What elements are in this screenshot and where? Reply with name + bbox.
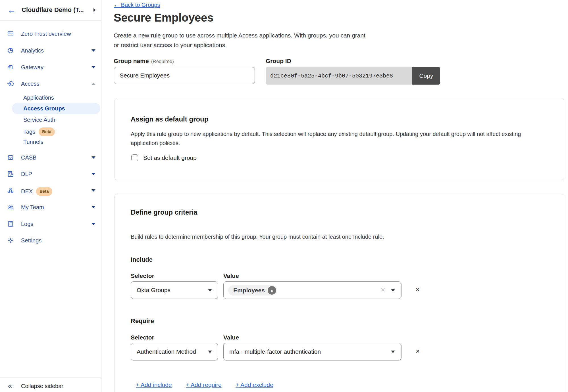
add-require-link[interactable]: + Add require: [186, 381, 222, 388]
group-name-label: Group name(Required): [114, 58, 174, 64]
chevron-down-icon: [208, 289, 212, 292]
group-id-control: d21ce80f-5a25-4bcf-9b07-5032197e3be8 Cop…: [266, 67, 440, 85]
require-value-label: Value: [223, 334, 239, 341]
sidebar-item-label: Gateway: [21, 64, 43, 71]
sidebar: ← Cloudflare Demo (T... Zero Trust overv…: [0, 0, 101, 392]
casb-shield-check-icon: [7, 154, 14, 161]
checkbox[interactable]: [131, 154, 138, 161]
chevron-down-icon[interactable]: [91, 173, 95, 175]
beta-badge: Beta: [36, 187, 52, 196]
selected-value: Authentication Method: [131, 348, 196, 355]
chip-remove-icon[interactable]: x: [268, 286, 276, 295]
chevron-down-icon[interactable]: [91, 206, 95, 208]
include-heading: Include: [131, 256, 153, 263]
sidebar-item-label: Analytics: [21, 47, 44, 54]
sidebar-item-applications[interactable]: Applications: [12, 92, 100, 103]
sidebar-item-label: Logs: [21, 221, 33, 227]
sidebar-item-my-team[interactable]: My Team: [0, 202, 101, 213]
selected-value: mfa - multiple-factor authentication: [224, 348, 321, 355]
sidebar-item-settings[interactable]: Settings: [0, 235, 101, 246]
sidebar-item-gateway[interactable]: Gateway: [0, 62, 101, 73]
sidebar-item-dlp[interactable]: DLP: [0, 168, 101, 180]
remove-include-rule-button[interactable]: ✕: [415, 286, 420, 293]
logs-list-icon: [7, 221, 14, 227]
back-arrow-icon[interactable]: ←: [7, 5, 16, 15]
sidebar-item-label: DLP: [21, 171, 32, 177]
sidebar-item-analytics[interactable]: Analytics: [0, 45, 101, 56]
sidebar-item-label: Applications: [23, 94, 54, 101]
require-rule-row: Authentication Method mfa - multiple-fac…: [131, 343, 432, 360]
require-selector-dropdown[interactable]: Authentication Method: [131, 343, 218, 360]
account-name[interactable]: Cloudflare Demo (T...: [22, 6, 84, 14]
team-people-icon: [7, 204, 14, 211]
chevron-down-icon[interactable]: [91, 223, 95, 225]
card-description: Apply this rule group to new application…: [131, 129, 521, 148]
include-value-multiselect[interactable]: Employees x ✕: [223, 281, 401, 299]
require-heading: Require: [131, 317, 154, 325]
sidebar-item-access[interactable]: Access: [0, 78, 101, 89]
gear-icon: [7, 237, 14, 244]
chip-label: Employees: [233, 287, 265, 294]
chevron-down-icon[interactable]: [91, 49, 95, 52]
add-include-link[interactable]: + Add include: [136, 381, 172, 388]
page-description: Create a new rule group to use across mu…: [114, 31, 365, 50]
checkbox-label: Set as default group: [143, 154, 197, 161]
value-chip: Employees x: [228, 285, 277, 295]
card-title: Define group criteria: [131, 208, 197, 216]
sidebar-item-tags[interactable]: TagsBeta: [12, 125, 100, 137]
require-value-dropdown[interactable]: mfa - multiple-factor authentication: [223, 343, 401, 360]
include-selector-dropdown[interactable]: Okta Groups: [131, 281, 218, 299]
back-to-groups-link[interactable]: ← Back to Groups: [114, 2, 160, 8]
sidebar-item-casb[interactable]: CASB: [0, 152, 101, 163]
overview-window-icon: [7, 30, 14, 37]
chevron-down-icon[interactable]: [91, 66, 95, 68]
sidebar-item-tunnels[interactable]: Tunnels: [12, 136, 100, 148]
document-lock-icon: [7, 171, 14, 177]
sidebar-item-access-groups[interactable]: Access Groups: [12, 103, 100, 114]
chevrons-left-icon: «: [8, 381, 12, 390]
sidebar-footer-divider: [0, 378, 101, 378]
page-title: Secure Employees: [114, 11, 213, 24]
clear-values-icon[interactable]: ✕: [380, 286, 385, 293]
group-id-label: Group ID: [266, 58, 291, 64]
copy-button[interactable]: Copy: [412, 67, 440, 85]
card-description: Build rules to determine membership of t…: [131, 232, 384, 241]
set-default-group-checkbox-row[interactable]: Set as default group: [131, 154, 197, 161]
group-id-value: d21ce80f-5a25-4bcf-9b07-5032197e3be8: [266, 67, 412, 85]
sidebar-item-service-auth[interactable]: Service Auth: [12, 114, 100, 125]
chevron-down-icon[interactable]: [91, 156, 95, 159]
card-title: Assign as default group: [131, 115, 208, 123]
sidebar-item-zero-trust-overview[interactable]: Zero Trust overview: [0, 28, 101, 39]
assign-default-group-card: Assign as default group Apply this rule …: [115, 98, 564, 180]
main-content: ← Back to Groups Secure Employees Create…: [101, 0, 568, 392]
sidebar-item-label: Zero Trust overview: [21, 30, 71, 37]
include-rule-row: Okta Groups Employees x ✕ ✕: [131, 281, 432, 299]
sidebar-item-label: Settings: [21, 237, 41, 244]
include-value-label: Value: [223, 272, 239, 279]
chevron-down-icon[interactable]: [91, 189, 95, 192]
sidebar-item-label: Access: [21, 80, 39, 87]
include-selector-label: Selector: [131, 272, 154, 279]
dex-network-icon: [7, 187, 14, 194]
gateway-icon: [7, 64, 14, 71]
pie-chart-icon: [7, 47, 14, 54]
sidebar-item-label: CASB: [21, 154, 36, 161]
chevron-up-icon[interactable]: [91, 83, 95, 85]
caret-right-icon[interactable]: [93, 8, 96, 12]
selected-value: Okta Groups: [131, 287, 170, 294]
sidebar-item-dex[interactable]: DEXBeta: [0, 185, 101, 196]
beta-badge: Beta: [39, 127, 55, 136]
collapse-sidebar-button[interactable]: « Collapse sidebar: [0, 381, 101, 392]
group-name-input[interactable]: [114, 67, 255, 84]
sidebar-item-label: Tunnels: [23, 139, 43, 145]
chevron-down-icon: [208, 351, 212, 353]
add-exclude-link[interactable]: + Add exclude: [236, 381, 273, 388]
chevron-down-icon: [391, 351, 395, 353]
sidebar-item-logs[interactable]: Logs: [0, 218, 101, 230]
sidebar-header: ← Cloudflare Demo (T...: [0, 0, 101, 21]
define-group-criteria-card: Define group criteria Build rules to det…: [115, 194, 564, 392]
remove-require-rule-button[interactable]: ✕: [415, 348, 420, 355]
sidebar-item-label: My Team: [21, 204, 44, 211]
sidebar-item-label: DEXBeta: [21, 187, 52, 196]
collapse-sidebar-label: Collapse sidebar: [21, 383, 63, 389]
